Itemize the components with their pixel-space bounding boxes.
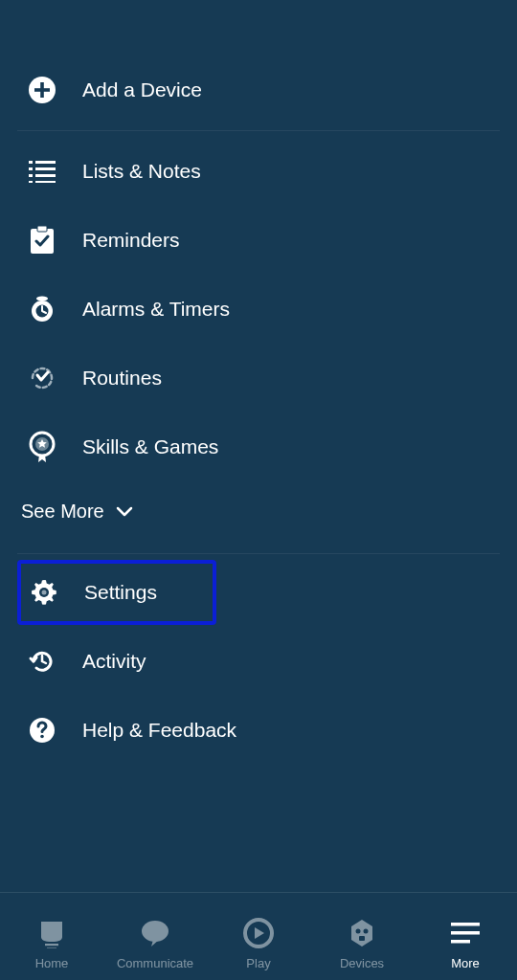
svg-point-19: [42, 590, 47, 595]
plus-circle-icon: [27, 75, 57, 105]
nav-home[interactable]: Home: [4, 914, 100, 970]
chat-bubble-icon: [140, 914, 170, 952]
routines-icon: [27, 363, 57, 393]
svg-rect-31: [451, 940, 470, 944]
menu-label: Lists & Notes: [82, 160, 201, 183]
menu-label: Activity: [82, 650, 146, 673]
svg-rect-29: [451, 923, 480, 926]
history-icon: [27, 646, 57, 677]
gear-icon: [29, 577, 59, 608]
svg-rect-23: [47, 947, 56, 948]
nav-label: More: [451, 956, 480, 970]
nav-more[interactable]: More: [417, 914, 513, 970]
svg-rect-8: [35, 174, 56, 177]
menu-settings[interactable]: Settings: [17, 560, 216, 625]
nav-label: Play: [246, 956, 270, 970]
menu-label: Skills & Games: [82, 435, 218, 458]
svg-rect-9: [29, 181, 33, 183]
see-more-label: See More: [21, 501, 104, 523]
alarm-clock-icon: [27, 294, 57, 324]
menu-routines[interactable]: Routines: [17, 344, 500, 412]
menu-label: Add a Device: [82, 78, 202, 101]
svg-rect-6: [35, 167, 56, 170]
bottom-nav: Home Communicate Play D: [0, 892, 517, 980]
svg-rect-2: [34, 88, 50, 92]
svg-point-27: [364, 929, 369, 934]
chevron-down-icon: [116, 506, 133, 518]
divider: [17, 553, 500, 554]
nav-label: Home: [35, 956, 69, 970]
menu-activity[interactable]: Activity: [17, 627, 500, 696]
nav-devices[interactable]: Devices: [314, 914, 410, 970]
nav-communicate[interactable]: Communicate: [107, 914, 203, 970]
svg-rect-22: [45, 944, 58, 946]
menu-skills-games[interactable]: Skills & Games: [17, 412, 500, 481]
svg-point-21: [40, 735, 44, 739]
menu-label: Reminders: [82, 229, 180, 252]
hamburger-icon: [449, 914, 482, 952]
svg-point-13: [36, 297, 48, 301]
nav-play[interactable]: Play: [211, 914, 306, 970]
svg-point-26: [356, 929, 361, 934]
menu-reminders[interactable]: Reminders: [17, 206, 500, 275]
svg-rect-7: [29, 174, 33, 177]
play-circle-icon: [243, 914, 274, 952]
svg-point-24: [142, 921, 169, 942]
svg-rect-4: [35, 161, 56, 164]
menu-label: Help & Feedback: [82, 719, 236, 742]
question-circle-icon: [27, 715, 57, 746]
menu-label: Settings: [84, 581, 157, 604]
devices-icon: [348, 914, 376, 952]
menu-lists-notes[interactable]: Lists & Notes: [17, 137, 500, 206]
menu-help-feedback[interactable]: Help & Feedback: [17, 696, 500, 765]
svg-rect-10: [35, 181, 56, 183]
svg-rect-30: [451, 931, 480, 935]
list-icon: [27, 156, 57, 187]
divider: [17, 130, 500, 131]
clipboard-check-icon: [27, 225, 57, 256]
menu-label: Alarms & Timers: [82, 298, 230, 321]
home-icon: [37, 914, 66, 952]
menu-label: Routines: [82, 367, 162, 390]
see-more-toggle[interactable]: See More: [17, 481, 500, 547]
menu-alarms-timers[interactable]: Alarms & Timers: [17, 275, 500, 344]
nav-label: Communicate: [117, 956, 193, 970]
svg-rect-3: [29, 161, 33, 164]
menu-add-device[interactable]: Add a Device: [17, 56, 500, 124]
nav-label: Devices: [340, 956, 384, 970]
svg-rect-28: [359, 936, 365, 941]
svg-rect-5: [29, 167, 33, 170]
svg-rect-12: [37, 226, 47, 232]
star-badge-icon: [27, 432, 57, 462]
